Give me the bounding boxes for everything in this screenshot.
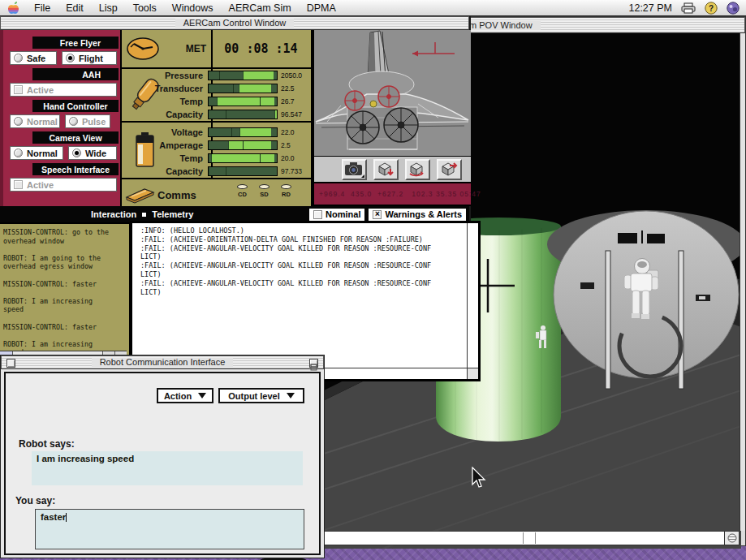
met-label: MET <box>122 43 206 54</box>
radio-label: Pulse <box>82 117 106 127</box>
radio-wide-view[interactable]: Wide <box>68 146 117 160</box>
menu-lisp[interactable]: Lisp <box>99 2 118 14</box>
text-caret <box>66 513 67 522</box>
gauge-value: 2.5 <box>278 141 291 149</box>
gauge-row-transducer: Transducer 22.5 <box>122 82 311 95</box>
gauge-label: Temp <box>122 153 208 163</box>
radio-icon <box>14 149 23 157</box>
printer-icon[interactable] <box>681 2 696 14</box>
svg-text:?: ? <box>709 4 714 13</box>
transducer-gauge <box>208 84 278 93</box>
comms-label: Comms <box>157 189 196 201</box>
gauge-row-battery-temp: Temp 20.0 <box>122 152 311 165</box>
pressure-gauge <box>208 71 278 80</box>
view-move-button[interactable] <box>373 159 399 180</box>
console-resize-corner[interactable] <box>467 368 478 379</box>
radio-flight[interactable]: Flight <box>62 51 117 65</box>
gauge-label: Transducer <box>122 84 208 93</box>
gauge-value: 26.7 <box>278 97 295 106</box>
grip-icon <box>727 533 737 543</box>
section-header-speech-interface: Speech Interface <box>32 163 119 175</box>
menu-file[interactable]: File <box>34 2 50 14</box>
gauge-row-tank-capacity: Capacity 96.547 <box>122 108 311 121</box>
battery-capacity-gauge <box>208 166 278 176</box>
led-lamp <box>237 184 248 189</box>
screen: AERCam POV Window <box>0 0 746 560</box>
menu-windows[interactable]: Windows <box>172 2 213 14</box>
transcript-text: MISSION-CONTROL: go to the overhead wind… <box>0 224 129 357</box>
snapshot-button[interactable] <box>342 159 367 180</box>
menu-clock: 12:27 PM <box>628 2 672 14</box>
control-window-footer: Interaction Telemetry Nominal × Warnings… <box>0 206 469 222</box>
pov-vertical-scrollbar[interactable] <box>740 33 745 531</box>
zoom-box[interactable] <box>309 359 318 368</box>
help-icon[interactable]: ? <box>705 2 718 15</box>
cube-rotate-arrow-icon <box>407 161 427 177</box>
checkbox-aah-active: Active <box>10 83 117 97</box>
section-header-hand-controller: Hand Controller <box>32 100 119 112</box>
radio-label: Flight <box>79 54 103 63</box>
menu-edit[interactable]: Edit <box>66 2 84 14</box>
radio-pulse: Pulse <box>65 114 110 128</box>
robot-window-titlebar[interactable]: Robot Communication Interface <box>1 355 324 369</box>
checkbox-icon <box>14 85 23 94</box>
output-level-popup[interactable]: Output level <box>218 388 304 403</box>
view-pan-button[interactable] <box>437 159 462 180</box>
nominal-checkbox[interactable]: Nominal <box>309 209 364 221</box>
interaction-transcript-pane: MISSION-CONTROL: go to the overhead wind… <box>0 222 132 363</box>
robot-says-label: Robot says: <box>19 438 75 450</box>
radio-icon <box>66 54 75 62</box>
window-resize-grip[interactable] <box>724 532 739 545</box>
radio-safe[interactable]: Safe <box>10 51 57 65</box>
interaction-label: Interaction <box>91 209 136 219</box>
apple-menu-icon[interactable] <box>8 2 19 14</box>
aercam-view-column: +969.4 435.0 +627.2 102.3 35.35 05:47 <box>313 30 471 206</box>
gauge-row-tank-temp: Temp 26.7 <box>122 95 311 108</box>
radio-normal-view[interactable]: Normal <box>10 146 63 160</box>
comms-icon <box>123 184 156 204</box>
checkbox-label: Nominal <box>326 209 360 219</box>
mode-panel: Free Flyer Safe Flight AAH Active Hand C… <box>0 30 120 206</box>
you-say-input[interactable]: faster <box>35 509 304 549</box>
section-header-free-flyer: Free Flyer <box>32 37 119 49</box>
robot-window-title: Robot Communication Interface <box>92 358 234 367</box>
menu-dpma[interactable]: DPMA <box>307 2 336 14</box>
gauge-row-voltage: Voltage 22.0 <box>122 126 311 139</box>
you-say-text: faster <box>41 512 66 522</box>
popup-label: Action <box>164 391 192 401</box>
checkbox-icon <box>313 210 322 219</box>
radio-label: Safe <box>27 54 45 63</box>
robot-says-field: I am increasing speed <box>32 451 303 485</box>
section-header-aah: AAH <box>32 68 119 80</box>
console-output-text: :INFO: (HELLO LOCALHOST.) :FAIL: (ACHIEV… <box>132 223 467 368</box>
radio-label: Normal <box>27 117 58 127</box>
close-box[interactable] <box>6 359 15 368</box>
popup-label: Output level <box>228 391 280 401</box>
robot-communication-window: Robot Communication Interface Action Out… <box>0 355 325 558</box>
you-say-label: You say: <box>15 495 55 506</box>
console-vertical-scrollbar[interactable] <box>467 223 478 368</box>
checkbox-icon <box>14 180 23 189</box>
gauge-value: 22.0 <box>278 128 295 136</box>
warnings-alerts-checkbox[interactable]: × Warnings & Alerts <box>369 209 466 221</box>
aercam-3d-view <box>314 30 471 156</box>
gauge-label: Amperage <box>122 140 208 150</box>
gauge-value: 20.0 <box>278 154 295 162</box>
control-window-titlebar[interactable]: AERCam Control Window <box>0 16 469 30</box>
action-popup[interactable]: Action <box>157 388 213 403</box>
view-rotate-button[interactable] <box>405 159 430 180</box>
menu-bar: File Edit Lisp Tools Windows AERCam Sim … <box>0 0 746 16</box>
robot-window-content: Action Output level Robot says: I am inc… <box>4 372 321 555</box>
menu-tools[interactable]: Tools <box>133 2 157 14</box>
gauge-value: 97.733 <box>278 167 302 175</box>
radio-icon <box>72 149 81 157</box>
menu-aercam-sim[interactable]: AERCam Sim <box>229 2 291 14</box>
led-label: SD <box>260 191 268 198</box>
radio-label: Wide <box>85 149 106 158</box>
radio-icon <box>14 54 23 62</box>
application-menu-icon[interactable] <box>727 2 740 15</box>
checkbox-checked-icon: × <box>373 210 382 219</box>
gauge-value: 22.5 <box>278 84 295 93</box>
led-rd: RD <box>281 184 291 198</box>
met-readout: 00 :08 :14 <box>213 37 309 61</box>
